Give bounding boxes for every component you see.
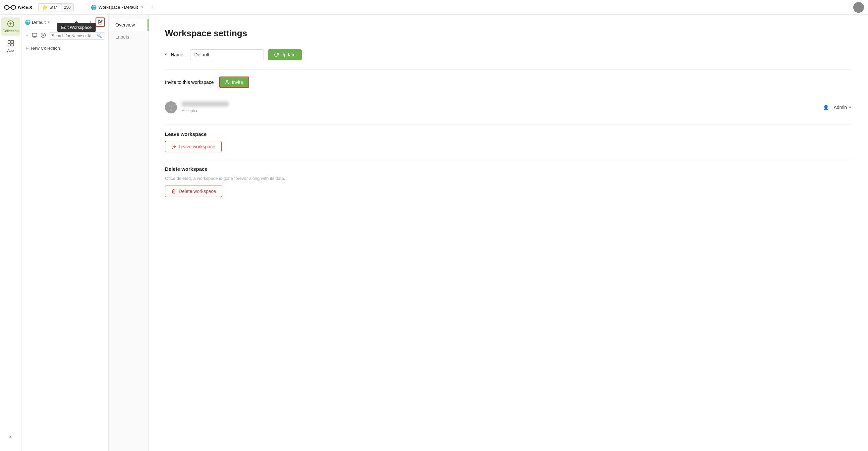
member-name-blurred: [182, 102, 229, 106]
leave-workspace-button[interactable]: Leave workspace: [165, 141, 222, 152]
add-collection-button[interactable]: +: [25, 32, 29, 39]
role-label: Admin: [834, 105, 847, 110]
app-logo: AREX: [4, 3, 33, 11]
name-required-star: *: [165, 52, 167, 57]
refresh-icon: [274, 52, 279, 57]
icon-sidebar: Collection App <: [0, 15, 22, 451]
workspace-name-input[interactable]: [190, 49, 264, 60]
workspace-globe-icon: 🌐: [25, 20, 31, 25]
star-label: Star: [50, 5, 57, 10]
workspace-chevron-icon: ▼: [47, 21, 50, 24]
search-input[interactable]: [52, 33, 96, 38]
main-layout: Collection App < 🌐 Default ▼ +: [0, 15, 868, 451]
sidebar-app-label: App: [7, 48, 14, 52]
divider-3: [165, 159, 852, 160]
trash-icon: [171, 189, 176, 194]
workspace-name: Default: [32, 20, 45, 25]
tab-bar: 🌐 Workspace - Default × +: [86, 2, 850, 12]
logout-icon: [171, 144, 176, 149]
import-button[interactable]: [31, 32, 38, 40]
delete-workspace-desc: Once deleted, a workspace is gone foreve…: [165, 176, 852, 181]
workspace-content: Workspace settings * Name : Update Invit…: [149, 15, 868, 451]
workspace-add-button[interactable]: +: [88, 19, 94, 26]
star-count: 250: [61, 4, 73, 11]
svg-rect-4: [11, 40, 13, 43]
member-status: Accepted: [182, 108, 198, 113]
play-icon: [40, 32, 46, 38]
workspace-settings-title: Workspace settings: [165, 28, 852, 38]
delete-workspace-title: Delete workspace: [165, 166, 852, 172]
member-row: j Accepted 👤 Admin ▼: [165, 97, 852, 117]
pencil-icon: [98, 20, 102, 25]
invite-btn-label: Invite: [232, 80, 243, 85]
leave-workspace-btn-label: Leave workspace: [179, 144, 215, 149]
svg-rect-0: [5, 5, 9, 9]
leave-workspace-title: Leave workspace: [165, 131, 852, 137]
role-chevron-icon: ▼: [848, 105, 852, 109]
github-icon: ⭐: [42, 5, 48, 10]
user-avatar[interactable]: [853, 2, 864, 13]
svg-rect-6: [11, 44, 13, 46]
sidebar-item-collection[interactable]: Collection: [1, 18, 20, 35]
name-label: Name :: [170, 52, 186, 57]
sidebar-bottom: <: [6, 431, 15, 448]
app-icon: [7, 39, 14, 47]
invite-label: Invite to this workspace: [165, 80, 214, 85]
user-plus-icon: [225, 80, 230, 85]
delete-workspace-section: Delete workspace Once deleted, a workspa…: [165, 166, 852, 197]
nav-panel: Overview Labels: [108, 15, 149, 451]
update-label: Update: [281, 52, 296, 57]
role-selector[interactable]: Admin ▼: [834, 105, 852, 110]
invite-row: Invite to this workspace Invite: [165, 77, 852, 88]
search-icon: 🔍: [97, 33, 102, 38]
tab-labels[interactable]: Labels: [108, 31, 149, 43]
import-icon: [32, 32, 37, 38]
app-name: AREX: [18, 4, 33, 10]
tab-overview[interactable]: Overview: [108, 19, 149, 31]
sidebar-collection-label: Collection: [2, 29, 19, 33]
name-field-row: * Name : Update: [165, 49, 852, 60]
update-button[interactable]: Update: [268, 49, 302, 60]
workspace-tab[interactable]: 🌐 Workspace - Default ×: [86, 3, 148, 12]
collapse-sidebar-button[interactable]: <: [6, 431, 15, 443]
tab-close-button[interactable]: ×: [141, 5, 143, 9]
svg-rect-3: [8, 40, 10, 43]
leave-workspace-section: Leave workspace Leave workspace: [165, 131, 852, 152]
tab-label: Workspace - Default: [99, 5, 138, 10]
collection-icon: [7, 20, 14, 28]
topbar: AREX ⭐ Star 250 Edit Workspace 🌐 Workspa…: [0, 0, 868, 15]
svg-rect-1: [11, 5, 16, 9]
tab-add-button[interactable]: +: [150, 2, 157, 12]
divider-2: [165, 124, 852, 124]
svg-point-10: [226, 81, 228, 82]
member-avatar: j: [165, 101, 177, 113]
search-wrap: 🔍: [49, 32, 105, 39]
delete-workspace-btn-label: Delete workspace: [179, 189, 216, 194]
delete-workspace-button[interactable]: Delete workspace: [165, 186, 222, 197]
svg-rect-5: [8, 44, 10, 46]
divider-1: [165, 69, 852, 70]
collection-list: ▶ New Collection: [22, 42, 108, 451]
sidebar-item-app[interactable]: App: [1, 37, 20, 55]
run-button[interactable]: [40, 32, 46, 40]
edit-workspace-button[interactable]: [96, 18, 105, 27]
svg-marker-9: [43, 34, 44, 36]
star-button[interactable]: ⭐ Star 250: [38, 3, 74, 11]
globe-icon: 🌐: [91, 5, 97, 10]
invite-button[interactable]: Invite: [219, 77, 249, 88]
member-user-icon: 👤: [823, 105, 829, 110]
collection-header: 🌐 Default ▼ +: [22, 15, 108, 30]
new-collection-label: New Collection: [31, 46, 60, 51]
chevron-right-icon: ▶: [26, 46, 29, 50]
member-info: Accepted: [182, 102, 818, 113]
workspace-selector[interactable]: 🌐 Default ▼: [25, 20, 86, 25]
collection-toolbar: + 🔍: [22, 30, 108, 42]
collection-panel: 🌐 Default ▼ + +: [22, 15, 108, 451]
list-item[interactable]: ▶ New Collection: [22, 43, 108, 53]
svg-rect-7: [33, 33, 37, 36]
